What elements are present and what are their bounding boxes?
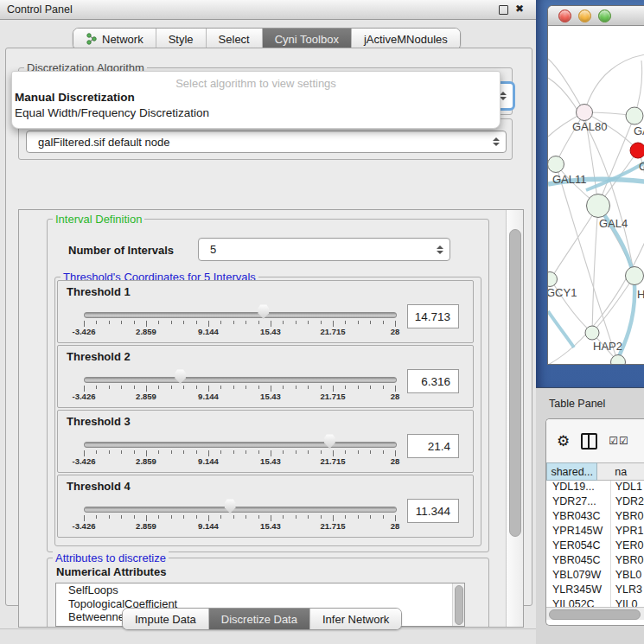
tick-mark [196,515,197,519]
network-node-c[interactable] [630,143,644,158]
close-button[interactable] [558,10,571,22]
tick-mark [296,386,296,389]
threshold-value-field[interactable]: 6.316 [407,369,459,393]
number-of-intervals-combo[interactable]: 5 [198,238,450,261]
tick-mark [233,515,234,519]
tick-label: 2.859 [136,327,156,336]
attribute-item-selfloops[interactable]: SelfLoops [56,583,464,597]
threshold-slider-track[interactable] [84,312,397,318]
tick-label: -3.426 [73,392,96,401]
control-panel-title: Control Panel [7,3,73,16]
tick-mark [345,321,346,324]
tick-mark [333,515,334,521]
tick-mark [245,515,246,519]
table-row[interactable]: YER054CYER0 [546,539,644,554]
table-row[interactable]: YLR345WYLR3 [546,583,644,598]
tab-network[interactable]: Network [73,29,156,49]
table-data-combo[interactable]: galFiltered.sif default node [26,131,507,153]
close-icon[interactable]: ✖ [515,3,524,15]
table-row[interactable]: YBL079WYBL0 [546,569,644,583]
cell-name: YPR1 [611,525,644,539]
column-header-shared-name[interactable]: shared... [546,462,597,481]
threshold-value-field[interactable]: 14.713 [407,304,459,328]
tick-mark [183,321,184,324]
tick-mark [308,450,309,454]
network-node-gcy1[interactable] [548,272,558,287]
threshold-panel-4: Threshold 4-3.4262.8599.14415.4321.71528… [57,475,474,538]
threshold-slider-track[interactable] [84,507,397,513]
float-window-icon[interactable] [499,5,508,15]
tick-mark [345,450,346,454]
tick-mark [121,321,122,324]
table-row[interactable]: YDL19...YDL1 [546,481,644,495]
tick-mark [146,515,147,521]
network-node-gal4[interactable] [587,194,610,218]
tab-cyni-toolbox[interactable]: Cyni Toolbox [262,29,351,49]
cell-name: YBL0 [611,569,644,583]
cell-shared-name: YPR145W [546,525,611,539]
tab-discretize-data[interactable]: Discretize Data [208,609,309,629]
table-row[interactable]: YBR045CYBR0 [546,554,644,569]
threshold-slider-track[interactable] [84,377,397,383]
tab-select[interactable]: Select [206,29,262,49]
threshold-panel-2: Threshold 2-3.4262.8599.14415.4321.71528… [57,345,474,408]
tick-label: 21.715 [320,392,345,401]
table-row[interactable]: YPR145WYPR1 [546,525,644,539]
network-node-h[interactable] [626,267,644,285]
node-label: C [639,160,644,173]
main-scrollbar[interactable] [506,210,523,627]
minimize-button[interactable] [578,10,591,22]
tick-label: 2.859 [136,456,156,466]
threshold-panel-3: Threshold 3-3.4262.8599.14415.4321.71528… [57,410,474,473]
tick-label: -3.426 [73,521,96,531]
tab-label: Network [102,33,143,46]
tab-jactivemnodules[interactable]: jActiveMNodules [351,29,460,49]
threshold-slider-track[interactable] [84,442,397,448]
tick-mark [258,515,259,519]
tick-mark [245,321,246,324]
zoom-button[interactable] [598,10,611,22]
network-node-gal11[interactable] [548,156,564,173]
tick-mark [196,450,197,454]
tab-style[interactable]: Style [156,29,206,49]
table-row[interactable]: YIL052CYIL0 [546,598,644,607]
gear-icon[interactable]: ⚙ [557,432,570,450]
table-row[interactable]: YBR043CYBR0 [546,510,644,525]
checkbox-icons[interactable]: ☑☑ [609,435,629,447]
tick-mark [296,321,296,324]
split-column-icon[interactable] [581,433,597,450]
cell-name: YLR3 [611,583,644,598]
network-node-hap2[interactable] [585,326,599,340]
list-scrollbar[interactable] [452,583,464,626]
threshold-value-field[interactable]: 11.344 [407,499,459,523]
table-hscrollbar-thumb[interactable] [549,609,641,620]
tick-mark [258,321,259,324]
network-node-gal80[interactable] [577,105,593,121]
tick-mark [220,386,221,389]
algorithm-option-manual-discretization[interactable]: Manual Discretization [12,90,500,105]
column-header-name[interactable]: na [597,462,644,481]
tick-mark [171,450,172,454]
network-edge [584,54,644,112]
cyni-toolbox-panel: Discretization Algorithm Table Data galF… [5,48,532,606]
tick-mark [308,515,309,519]
tab-infer-network[interactable]: Infer Network [309,609,401,629]
tick-mark [233,386,234,389]
tick-label: 9.144 [198,456,219,466]
tick-mark [84,450,85,456]
tab-label: Cyni Toolbox [275,33,339,46]
tab-impute-data[interactable]: Impute Data [123,609,208,629]
network-canvas[interactable]: GAL80GACGAL11GAL4HGCY1HAP2 [548,26,644,364]
cell-shared-name: YLR345W [546,583,611,598]
table-row[interactable]: YDR27...YDR2 [546,495,644,510]
list-scrollbar-thumb[interactable] [455,585,463,625]
network-node-ga[interactable] [626,107,643,124]
cell-name: YBR0 [611,554,644,569]
tick-mark [271,515,271,521]
algorithm-option-equal-width-frequency-discretization[interactable]: Equal Width/Frequency Discretization [12,105,500,121]
table-hscrollbar[interactable] [546,607,644,620]
threshold-value-field[interactable]: 21.4 [407,434,459,458]
tick-mark [158,450,159,454]
table-body: YDL19...YDL1YDR27...YDR2YBR043CYBR0YPR14… [546,481,644,607]
main-scrollbar-thumb[interactable] [509,229,521,537]
